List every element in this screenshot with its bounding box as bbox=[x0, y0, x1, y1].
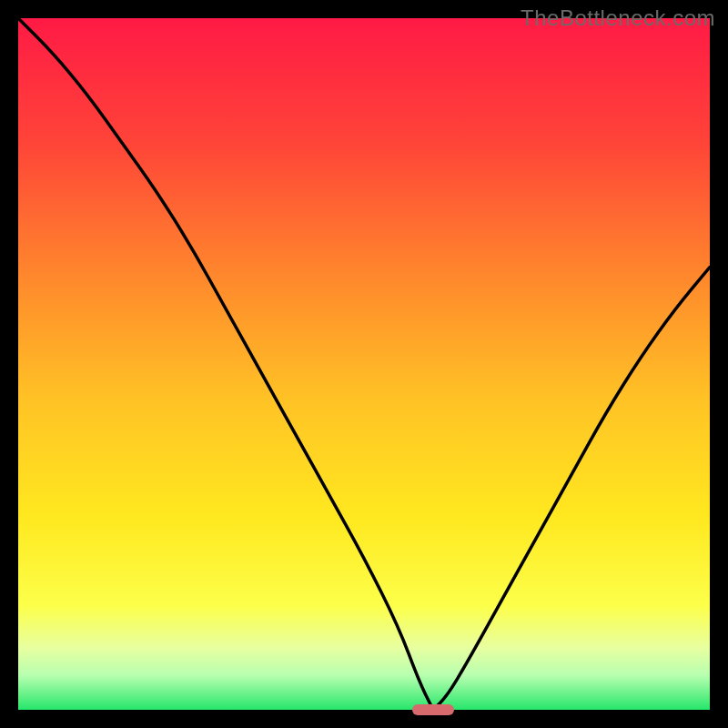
curve-right bbox=[433, 268, 710, 710]
watermark-text: TheBottleneck.com bbox=[521, 5, 715, 31]
curve-layer bbox=[18, 18, 710, 710]
plot-area bbox=[18, 18, 710, 710]
chart-frame: TheBottleneck.com bbox=[0, 0, 728, 728]
optimal-range-marker bbox=[412, 704, 454, 715]
curve-left bbox=[18, 18, 433, 710]
